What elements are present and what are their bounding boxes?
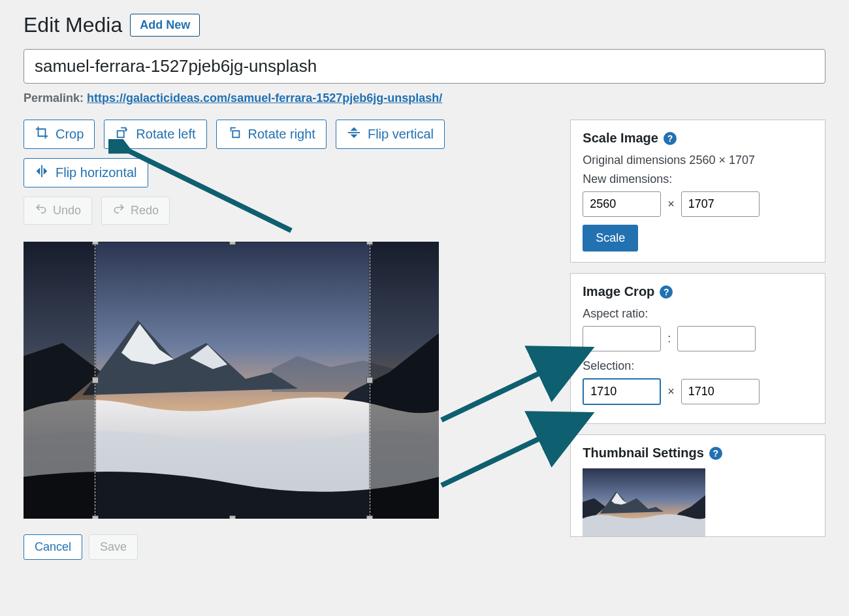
crop-handle-w[interactable] (92, 377, 99, 383)
flip-vertical-button[interactable]: Flip vertical (336, 120, 445, 149)
svg-rect-1 (232, 131, 239, 137)
times-separator: × (667, 197, 675, 211)
scale-width-input[interactable] (583, 191, 661, 217)
crop-button-label: Crop (56, 127, 84, 142)
redo-label: Redo (131, 204, 159, 218)
save-button[interactable]: Save (89, 534, 138, 560)
crop-handle-sw[interactable] (92, 515, 99, 519)
page-title: Edit Media (24, 13, 122, 37)
crop-handle-s[interactable] (229, 515, 236, 519)
crop-selection[interactable] (95, 242, 370, 519)
original-dimensions-text: Original dimensions 2560 × 1707 (583, 154, 813, 167)
rotate-right-icon (227, 125, 242, 143)
svg-line-6 (441, 351, 585, 420)
thumbnail-settings-panel: Thumbnail Settings ? (570, 434, 825, 537)
flip-horizontal-button[interactable]: Flip horizontal (24, 158, 148, 187)
help-icon[interactable]: ? (660, 285, 673, 299)
aspect-ratio-label: Aspect ratio: (583, 307, 813, 321)
crop-mask (370, 242, 439, 519)
new-dimensions-label: New dimensions: (583, 172, 813, 186)
flip-vertical-label: Flip vertical (368, 127, 434, 142)
image-editor-canvas[interactable] (24, 242, 439, 519)
flip-horizontal-icon (35, 164, 49, 182)
undo-button[interactable]: Undo (24, 197, 92, 225)
times-separator: × (667, 385, 675, 398)
scale-image-title: Scale Image (583, 131, 658, 146)
rotate-left-label: Rotate left (136, 127, 195, 142)
permalink-label: Permalink: (24, 91, 84, 105)
thumbnail-settings-title: Thumbnail Settings (583, 446, 704, 461)
crop-handle-ne[interactable] (366, 242, 373, 245)
rotate-left-button[interactable]: Rotate left (104, 120, 206, 149)
scale-image-panel: Scale Image ? Original dimensions 2560 ×… (570, 120, 825, 263)
add-new-button[interactable]: Add New (130, 14, 200, 37)
selection-height-input[interactable] (681, 379, 760, 404)
crop-handle-e[interactable] (366, 377, 373, 383)
svg-rect-0 (118, 131, 124, 137)
crop-handle-n[interactable] (229, 242, 236, 245)
colon-separator: : (667, 332, 671, 346)
redo-icon (112, 203, 125, 219)
svg-line-7 (441, 417, 585, 485)
flip-horizontal-label: Flip horizontal (56, 165, 137, 180)
flip-vertical-icon (347, 125, 361, 143)
undo-icon (35, 203, 48, 219)
media-title-input[interactable] (24, 49, 825, 84)
aspect-height-input[interactable] (677, 326, 756, 351)
crop-icon (35, 125, 49, 143)
cancel-button[interactable]: Cancel (24, 534, 82, 560)
rotate-right-label: Rotate right (248, 127, 315, 142)
crop-mask (24, 242, 95, 519)
aspect-width-input[interactable] (583, 326, 661, 351)
help-icon[interactable]: ? (709, 447, 722, 460)
scale-height-input[interactable] (681, 191, 760, 217)
permalink-link[interactable]: https://galacticideas.com/samuel-ferrara… (87, 91, 442, 105)
crop-handle-se[interactable] (366, 515, 373, 519)
selection-label: Selection: (583, 359, 813, 373)
rotate-right-button[interactable]: Rotate right (216, 120, 327, 149)
crop-button[interactable]: Crop (24, 120, 95, 149)
scale-button[interactable]: Scale (583, 225, 638, 251)
rotate-left-icon (115, 125, 129, 143)
thumbnail-preview (583, 468, 705, 536)
redo-button[interactable]: Redo (101, 197, 170, 225)
crop-handle-nw[interactable] (92, 242, 99, 245)
selection-width-input[interactable] (583, 378, 661, 405)
image-crop-panel: Image Crop ? Aspect ratio: : Selection: … (570, 273, 825, 424)
help-icon[interactable]: ? (664, 132, 677, 145)
undo-label: Undo (53, 204, 81, 218)
image-crop-title: Image Crop (583, 284, 654, 299)
